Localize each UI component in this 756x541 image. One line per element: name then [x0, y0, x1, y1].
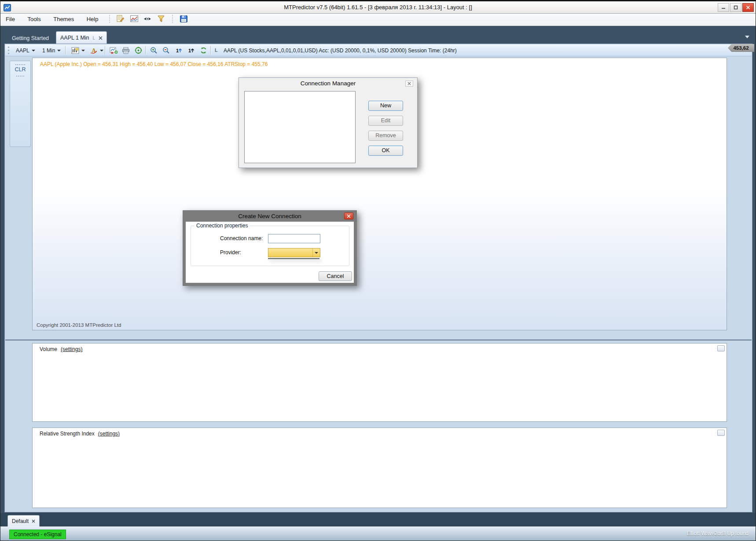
cancel-button[interactable]: Cancel	[319, 271, 352, 281]
tab-close-icon[interactable]	[99, 36, 103, 40]
toolbar-separator	[65, 46, 66, 55]
connection-name-input[interactable]	[268, 234, 320, 243]
title-bar: MTPredictor v7.5 (64bit) 1.61.5 - [3 фев…	[0, 0, 756, 14]
layout-tab-label: Default	[12, 518, 29, 524]
window-title: MTPredictor v7.5 (64bit) 1.61.5 - [3 фев…	[0, 1, 756, 13]
remove-button[interactable]: Remove	[368, 131, 403, 141]
svg-text:1: 1	[176, 48, 179, 53]
menu-file[interactable]: File	[0, 14, 20, 25]
notes-icon[interactable]	[115, 14, 126, 24]
dialog-body: Connection properties Connection name: P…	[186, 222, 354, 283]
rsi-canvas[interactable]	[33, 428, 727, 508]
chevron-down-icon	[81, 50, 85, 51]
connections-listbox[interactable]	[244, 91, 356, 163]
provider-dropdown-list	[268, 258, 319, 259]
menu-themes[interactable]: Themes	[48, 14, 79, 25]
volume-panel: Volume(settings)	[32, 343, 727, 422]
status-bar: Connected - eSignal Elliott Wave2orB Up …	[0, 526, 756, 541]
symbol-dropdown[interactable]: AAPL	[12, 46, 39, 55]
rsi-panel-button[interactable]	[717, 430, 725, 436]
chart-style-dropdown[interactable]	[68, 46, 88, 55]
link-mode-label[interactable]: L	[215, 48, 218, 53]
provider-combobox[interactable]	[268, 248, 320, 257]
group-label: Connection properties	[195, 223, 250, 229]
chevron-down-icon	[57, 50, 61, 51]
dialog-close-button[interactable]	[344, 212, 353, 219]
minimize-button[interactable]	[718, 3, 729, 12]
create-new-connection-dialog: Create New Connection Connection propert…	[183, 210, 357, 286]
app-window: MTPredictor v7.5 (64bit) 1.61.5 - [3 фев…	[0, 0, 756, 541]
ohlc-header: AAPL (Apple Inc.) Open = 456,31 High = 4…	[40, 61, 268, 67]
analysis-dropdown[interactable]: A	[86, 46, 107, 55]
dialog-title: Connection Manager	[239, 78, 417, 89]
timeframe-dropdown[interactable]: 1 Min	[39, 46, 64, 55]
chevron-down-icon	[32, 50, 35, 51]
toolbar-separator	[172, 15, 174, 23]
eye-icon[interactable]	[142, 14, 153, 24]
tab-aapl-1min[interactable]: AAPL 1 Min L	[56, 31, 107, 44]
volume-header: Volume(settings)	[40, 346, 82, 352]
panel-grip[interactable]	[15, 62, 25, 65]
instrument-info: AAPL (US Stocks,AAPL,0,01,0,01,USD) Acc:…	[224, 48, 457, 54]
maximize-button[interactable]	[730, 3, 741, 12]
zoom-out-icon[interactable]	[161, 46, 172, 55]
rsi-header: Relative Strength Index(settings)	[40, 431, 120, 437]
chart-window-icon[interactable]	[129, 14, 139, 24]
toolbar-separator	[105, 46, 105, 55]
chevron-down-icon	[315, 252, 318, 254]
connection-manager-dialog: Connection Manager New Edit Remove OK	[239, 77, 418, 168]
tab-getting-started[interactable]: Getting Started	[7, 33, 53, 44]
last-price-tag: 453,62	[728, 44, 754, 52]
panel-resize-handle[interactable]	[16, 76, 24, 78]
layout-tab-close-icon[interactable]	[32, 519, 35, 523]
volume-panel-button[interactable]	[717, 345, 725, 351]
layout-tab-default[interactable]: Default	[7, 515, 40, 526]
ok-button[interactable]: OK	[368, 146, 403, 156]
rsi-settings-link[interactable]: (settings)	[98, 431, 120, 437]
tab-list-chevron-icon[interactable]	[745, 36, 749, 38]
export-chart-icon[interactable]	[108, 46, 119, 55]
tab-label: AAPL 1 Min	[60, 35, 89, 41]
panel-divider	[5, 340, 752, 340]
analysis-tool-panel: CLR	[10, 61, 31, 147]
rsi-panel: Relative Strength Index(settings)	[32, 428, 727, 508]
chart-style-icon	[71, 47, 79, 54]
dialog-close-button[interactable]	[405, 80, 413, 87]
menu-help[interactable]: Help	[81, 14, 104, 25]
connection-properties-group: Connection properties	[191, 226, 349, 266]
chevron-down-icon	[100, 50, 103, 51]
bar-forward-icon[interactable]: 1	[173, 46, 184, 55]
close-button[interactable]	[742, 3, 754, 12]
toolbar-grip[interactable]	[8, 47, 9, 54]
toolbar-separator	[145, 46, 146, 55]
sidebar-item-clr[interactable]: CLR	[10, 66, 30, 74]
target-icon[interactable]	[133, 46, 143, 55]
combo-arrow-zone[interactable]	[312, 249, 320, 257]
connection-name-label: Connection name:	[220, 235, 263, 241]
toolbar-separator	[210, 46, 211, 55]
print-icon[interactable]	[121, 46, 131, 55]
volume-canvas[interactable]	[33, 344, 727, 421]
analysis-status-text: Elliott Wave2orB Up found	[687, 530, 749, 537]
edit-button[interactable]: Edit	[368, 116, 403, 126]
layout-tab-bar: Default	[0, 513, 756, 526]
funnel-icon[interactable]	[156, 14, 166, 24]
tab-link-badge: L	[93, 36, 95, 40]
chart-toolbar: AAPL 1 Min A 1 1 L AAPL (US Stocks,AA	[5, 44, 752, 56]
provider-label: Provider:	[220, 249, 241, 256]
svg-text:1: 1	[188, 48, 191, 53]
copyright-label: Copyright 2001-2013 MTPredictor Ltd	[37, 322, 121, 328]
bar-back-icon[interactable]: 1	[186, 46, 196, 55]
new-button[interactable]: New	[368, 101, 403, 111]
menu-bar: File Tools Themes Help	[0, 14, 756, 26]
menu-tools[interactable]: Tools	[22, 14, 46, 25]
toolbar-separator	[109, 15, 111, 23]
volume-settings-link[interactable]: (settings)	[61, 346, 82, 352]
zoom-in-icon[interactable]	[149, 46, 159, 55]
connection-status-badge: Connected - eSignal	[9, 530, 66, 539]
letter-a-icon: A	[90, 47, 98, 54]
refresh-icon[interactable]	[198, 46, 209, 55]
save-icon[interactable]	[179, 14, 189, 24]
dialog-title: Create New Connection	[183, 210, 357, 222]
